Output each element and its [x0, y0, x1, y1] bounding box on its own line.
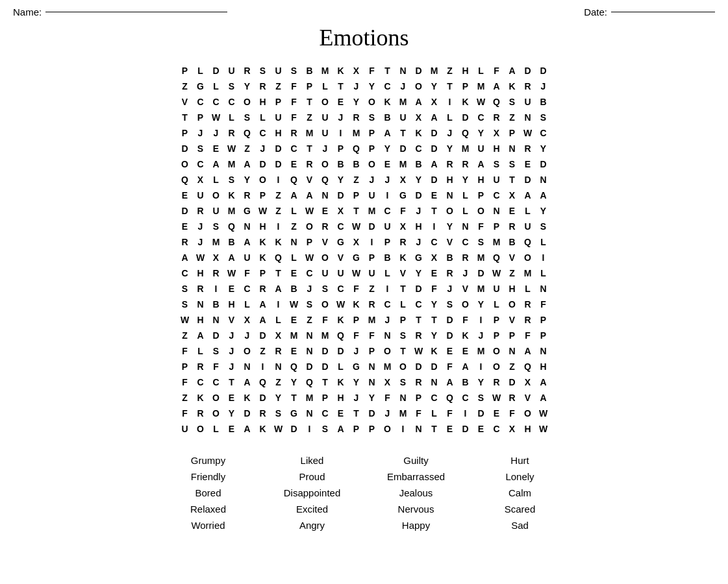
grid-cell: T [427, 203, 442, 219]
grid-cell: P [489, 328, 505, 343]
grid-cell: P [364, 125, 380, 141]
grid-cell: B [349, 156, 364, 172]
grid-cell: P [349, 312, 364, 328]
grid-cell: R [349, 110, 364, 125]
grid-cell: G [349, 359, 364, 374]
grid-cell: G [286, 406, 302, 421]
grid-cell: N [536, 343, 551, 359]
grid-cell: K [458, 328, 473, 343]
grid-cell: J [395, 79, 411, 94]
grid-cell: N [395, 390, 411, 406]
grid-cell: T [177, 110, 193, 125]
grid-cell: O [489, 359, 505, 374]
grid-cell: Q [489, 94, 505, 110]
grid-cell: I [364, 234, 380, 250]
grid-cell: S [505, 156, 520, 172]
grid-cell: J [380, 406, 395, 421]
grid-cell: B [536, 94, 551, 110]
grid-cell: M [473, 79, 489, 94]
grid-cell: T [395, 343, 411, 359]
grid-cell: U [489, 281, 505, 297]
grid-cell: A [255, 297, 271, 312]
grid-cell: P [505, 328, 520, 343]
grid-cell: P [411, 390, 427, 406]
grid-cell: C [318, 406, 333, 421]
word-item: Embarrassed [387, 471, 445, 482]
grid-cell: P [395, 312, 411, 328]
grid-cell: L [458, 203, 473, 219]
grid-cell: X [333, 203, 349, 219]
grid-cell: A [473, 156, 489, 172]
grid-cell: O [411, 79, 427, 94]
grid-cell: A [536, 390, 551, 406]
grid-cell: D [473, 406, 489, 421]
grid-cell: W [302, 250, 318, 265]
grid-cell: J [193, 219, 208, 234]
grid-cell: N [208, 312, 224, 328]
grid-cell: P [302, 234, 318, 250]
grid-cell: X [489, 125, 505, 141]
grid-cell: W [224, 265, 240, 281]
grid-cell: A [520, 343, 536, 359]
grid-cell: J [193, 234, 208, 250]
grid-cell: J [224, 359, 240, 374]
grid-cell: U [177, 421, 193, 437]
grid-cell: U [193, 188, 208, 203]
grid-cell: D [318, 343, 333, 359]
grid-cell: Z [442, 63, 458, 79]
grid-cell: I [458, 406, 473, 421]
grid-cell: Z [177, 328, 193, 343]
grid-cell: M [473, 281, 489, 297]
grid-cell: E [177, 219, 193, 234]
grid-cell: C [193, 94, 208, 110]
grid-cell: K [505, 79, 520, 94]
grid-cell: S [318, 421, 333, 437]
grid-cell: D [333, 343, 349, 359]
grid-cell: T [286, 390, 302, 406]
grid-cell: L [208, 421, 224, 437]
grid-cell: J [458, 265, 473, 281]
grid-cell: F [505, 406, 520, 421]
grid-cell: N [193, 297, 208, 312]
grid-cell: I [208, 281, 224, 297]
grid-cell: Y [411, 265, 427, 281]
grid-cell: B [442, 250, 458, 265]
grid-cell: D [395, 141, 411, 156]
grid-cell: D [208, 328, 224, 343]
grid-cell: X [395, 172, 411, 188]
grid-cell: L [380, 265, 395, 281]
grid-cell: C [536, 125, 551, 141]
grid-cell: C [427, 390, 442, 406]
grid-cell: A [536, 374, 551, 390]
grid-cell: K [255, 234, 271, 250]
grid-cell: S [177, 297, 193, 312]
word-item: Scared [505, 504, 536, 515]
grid-cell: M [302, 125, 318, 141]
grid-cell: O [520, 406, 536, 421]
grid-cell: Q [458, 125, 473, 141]
grid-cell: Y [427, 328, 442, 343]
grid-cell: E [224, 390, 240, 406]
grid-cell: J [240, 328, 255, 343]
word-item: Happy [402, 520, 430, 531]
grid-cell: E [286, 156, 302, 172]
grid-cell: N [395, 63, 411, 79]
grid-cell: G [240, 203, 255, 219]
word-column: GuiltyEmbarrassedJealousNervousHappy [364, 455, 468, 531]
grid-cell: H [255, 94, 271, 110]
grid-cell: U [318, 265, 333, 281]
grid-cell: B [380, 110, 395, 125]
grid-cell: L [286, 250, 302, 265]
grid-cell: T [271, 265, 286, 281]
grid-cell: U [271, 63, 286, 79]
grid-cell: Y [442, 141, 458, 156]
grid-cell: A [271, 281, 286, 297]
grid-cell: C [333, 219, 349, 234]
grid-cell: W [489, 390, 505, 406]
grid-cell: A [520, 188, 536, 203]
grid-cell: B [505, 234, 520, 250]
grid-cell: O [177, 156, 193, 172]
grid-cell: P [349, 188, 364, 203]
grid-cell: K [333, 312, 349, 328]
grid-cell: K [395, 250, 411, 265]
